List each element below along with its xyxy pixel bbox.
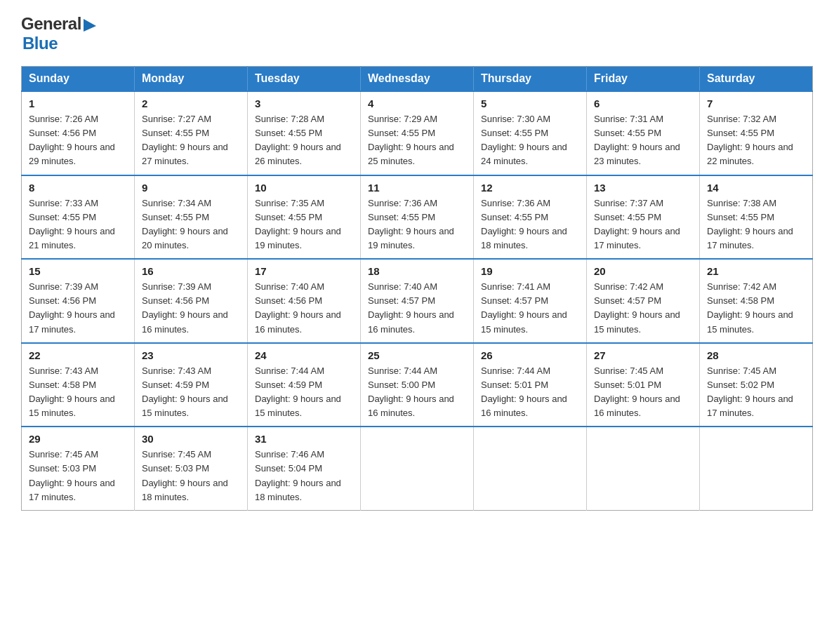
week-row-5: 29Sunrise: 7:45 AMSunset: 5:03 PMDayligh… bbox=[22, 427, 813, 510]
day-info: Sunrise: 7:30 AMSunset: 4:55 PMDaylight:… bbox=[481, 112, 579, 169]
day-info: Sunrise: 7:43 AMSunset: 4:58 PMDaylight:… bbox=[29, 364, 127, 421]
day-cell: 8Sunrise: 7:33 AMSunset: 4:55 PMDaylight… bbox=[22, 175, 135, 260]
day-number: 12 bbox=[481, 182, 579, 194]
day-info: Sunrise: 7:40 AMSunset: 4:57 PMDaylight:… bbox=[368, 280, 466, 337]
day-number: 6 bbox=[594, 98, 692, 109]
day-info: Sunrise: 7:33 AMSunset: 4:55 PMDaylight:… bbox=[29, 196, 127, 253]
day-number: 17 bbox=[255, 265, 353, 277]
day-cell: 26Sunrise: 7:44 AMSunset: 5:01 PMDayligh… bbox=[474, 343, 587, 427]
day-cell: 5Sunrise: 7:30 AMSunset: 4:55 PMDaylight… bbox=[474, 91, 587, 175]
week-row-1: 1Sunrise: 7:26 AMSunset: 4:56 PMDaylight… bbox=[22, 91, 813, 175]
day-cell: 1Sunrise: 7:26 AMSunset: 4:56 PMDaylight… bbox=[22, 91, 135, 175]
day-number: 21 bbox=[707, 265, 805, 277]
day-number: 13 bbox=[594, 182, 692, 194]
day-cell: 27Sunrise: 7:45 AMSunset: 5:01 PMDayligh… bbox=[587, 343, 700, 427]
day-cell: 14Sunrise: 7:38 AMSunset: 4:55 PMDayligh… bbox=[700, 175, 813, 260]
day-number: 22 bbox=[29, 349, 127, 361]
day-cell: 7Sunrise: 7:32 AMSunset: 4:55 PMDaylight… bbox=[700, 91, 813, 175]
day-number: 31 bbox=[255, 433, 353, 445]
week-row-2: 8Sunrise: 7:33 AMSunset: 4:55 PMDaylight… bbox=[22, 175, 813, 260]
header-friday: Friday bbox=[587, 67, 700, 92]
day-info: Sunrise: 7:31 AMSunset: 4:55 PMDaylight:… bbox=[594, 112, 692, 169]
day-cell: 18Sunrise: 7:40 AMSunset: 4:57 PMDayligh… bbox=[361, 259, 474, 343]
day-cell: 9Sunrise: 7:34 AMSunset: 4:55 PMDaylight… bbox=[135, 175, 248, 260]
day-number: 15 bbox=[29, 265, 127, 277]
day-info: Sunrise: 7:34 AMSunset: 4:55 PMDaylight:… bbox=[142, 196, 240, 253]
day-cell: 3Sunrise: 7:28 AMSunset: 4:55 PMDaylight… bbox=[248, 91, 361, 175]
logo-general-text: General bbox=[21, 14, 81, 34]
day-info: Sunrise: 7:35 AMSunset: 4:55 PMDaylight:… bbox=[255, 196, 353, 253]
day-info: Sunrise: 7:43 AMSunset: 4:59 PMDaylight:… bbox=[142, 364, 240, 421]
day-info: Sunrise: 7:44 AMSunset: 5:01 PMDaylight:… bbox=[481, 364, 579, 421]
day-info: Sunrise: 7:46 AMSunset: 5:04 PMDaylight:… bbox=[255, 448, 353, 504]
day-number: 23 bbox=[142, 349, 240, 361]
day-number: 11 bbox=[368, 182, 466, 194]
day-info: Sunrise: 7:40 AMSunset: 4:56 PMDaylight:… bbox=[255, 280, 353, 337]
day-cell: 31Sunrise: 7:46 AMSunset: 5:04 PMDayligh… bbox=[248, 427, 361, 510]
day-number: 25 bbox=[368, 349, 466, 361]
day-cell: 24Sunrise: 7:44 AMSunset: 4:59 PMDayligh… bbox=[248, 343, 361, 427]
calendar-body: 1Sunrise: 7:26 AMSunset: 4:56 PMDaylight… bbox=[22, 91, 813, 510]
day-cell: 30Sunrise: 7:45 AMSunset: 5:03 PMDayligh… bbox=[135, 427, 248, 510]
day-number: 19 bbox=[481, 265, 579, 277]
header-tuesday: Tuesday bbox=[248, 67, 361, 92]
day-info: Sunrise: 7:29 AMSunset: 4:55 PMDaylight:… bbox=[368, 112, 466, 169]
week-row-4: 22Sunrise: 7:43 AMSunset: 4:58 PMDayligh… bbox=[22, 343, 813, 427]
day-info: Sunrise: 7:45 AMSunset: 5:03 PMDaylight:… bbox=[142, 448, 240, 504]
day-cell bbox=[474, 427, 587, 510]
day-info: Sunrise: 7:45 AMSunset: 5:03 PMDaylight:… bbox=[29, 448, 127, 504]
day-info: Sunrise: 7:32 AMSunset: 4:55 PMDaylight:… bbox=[707, 112, 805, 169]
day-number: 16 bbox=[142, 265, 240, 277]
day-cell: 15Sunrise: 7:39 AMSunset: 4:56 PMDayligh… bbox=[22, 259, 135, 343]
logo: General Blue bbox=[21, 14, 96, 53]
day-number: 26 bbox=[481, 349, 579, 361]
day-info: Sunrise: 7:45 AMSunset: 5:01 PMDaylight:… bbox=[594, 364, 692, 421]
day-number: 1 bbox=[29, 98, 127, 109]
day-number: 14 bbox=[707, 182, 805, 194]
day-cell bbox=[700, 427, 813, 510]
day-cell: 16Sunrise: 7:39 AMSunset: 4:56 PMDayligh… bbox=[135, 259, 248, 343]
day-info: Sunrise: 7:39 AMSunset: 4:56 PMDaylight:… bbox=[29, 280, 127, 337]
day-cell: 25Sunrise: 7:44 AMSunset: 5:00 PMDayligh… bbox=[361, 343, 474, 427]
svg-marker-0 bbox=[84, 19, 96, 32]
day-cell: 12Sunrise: 7:36 AMSunset: 4:55 PMDayligh… bbox=[474, 175, 587, 260]
day-info: Sunrise: 7:28 AMSunset: 4:55 PMDaylight:… bbox=[255, 112, 353, 169]
day-info: Sunrise: 7:27 AMSunset: 4:55 PMDaylight:… bbox=[142, 112, 240, 169]
day-info: Sunrise: 7:42 AMSunset: 4:57 PMDaylight:… bbox=[594, 280, 692, 337]
day-info: Sunrise: 7:39 AMSunset: 4:56 PMDaylight:… bbox=[142, 280, 240, 337]
day-cell: 22Sunrise: 7:43 AMSunset: 4:58 PMDayligh… bbox=[22, 343, 135, 427]
day-cell: 21Sunrise: 7:42 AMSunset: 4:58 PMDayligh… bbox=[700, 259, 813, 343]
day-number: 30 bbox=[142, 433, 240, 445]
day-number: 7 bbox=[707, 98, 805, 109]
day-cell: 17Sunrise: 7:40 AMSunset: 4:56 PMDayligh… bbox=[248, 259, 361, 343]
header-row: SundayMondayTuesdayWednesdayThursdayFrid… bbox=[22, 67, 813, 92]
header-monday: Monday bbox=[135, 67, 248, 92]
day-cell: 19Sunrise: 7:41 AMSunset: 4:57 PMDayligh… bbox=[474, 259, 587, 343]
day-number: 28 bbox=[707, 349, 805, 361]
day-cell: 11Sunrise: 7:36 AMSunset: 4:55 PMDayligh… bbox=[361, 175, 474, 260]
day-number: 3 bbox=[255, 98, 353, 109]
day-cell: 2Sunrise: 7:27 AMSunset: 4:55 PMDaylight… bbox=[135, 91, 248, 175]
day-info: Sunrise: 7:45 AMSunset: 5:02 PMDaylight:… bbox=[707, 364, 805, 421]
day-info: Sunrise: 7:44 AMSunset: 4:59 PMDaylight:… bbox=[255, 364, 353, 421]
calendar-table: SundayMondayTuesdayWednesdayThursdayFrid… bbox=[21, 66, 813, 511]
day-cell: 23Sunrise: 7:43 AMSunset: 4:59 PMDayligh… bbox=[135, 343, 248, 427]
day-cell bbox=[361, 427, 474, 510]
day-number: 5 bbox=[481, 98, 579, 109]
day-number: 10 bbox=[255, 182, 353, 194]
day-number: 27 bbox=[594, 349, 692, 361]
day-number: 4 bbox=[368, 98, 466, 109]
header-saturday: Saturday bbox=[700, 67, 813, 92]
day-info: Sunrise: 7:37 AMSunset: 4:55 PMDaylight:… bbox=[594, 196, 692, 253]
day-info: Sunrise: 7:36 AMSunset: 4:55 PMDaylight:… bbox=[368, 196, 466, 253]
day-cell bbox=[587, 427, 700, 510]
day-number: 24 bbox=[255, 349, 353, 361]
day-info: Sunrise: 7:41 AMSunset: 4:57 PMDaylight:… bbox=[481, 280, 579, 337]
day-cell: 13Sunrise: 7:37 AMSunset: 4:55 PMDayligh… bbox=[587, 175, 700, 260]
day-number: 20 bbox=[594, 265, 692, 277]
day-cell: 10Sunrise: 7:35 AMSunset: 4:55 PMDayligh… bbox=[248, 175, 361, 260]
day-info: Sunrise: 7:36 AMSunset: 4:55 PMDaylight:… bbox=[481, 196, 579, 253]
day-cell: 28Sunrise: 7:45 AMSunset: 5:02 PMDayligh… bbox=[700, 343, 813, 427]
day-cell: 20Sunrise: 7:42 AMSunset: 4:57 PMDayligh… bbox=[587, 259, 700, 343]
page-header: General Blue bbox=[21, 14, 813, 53]
